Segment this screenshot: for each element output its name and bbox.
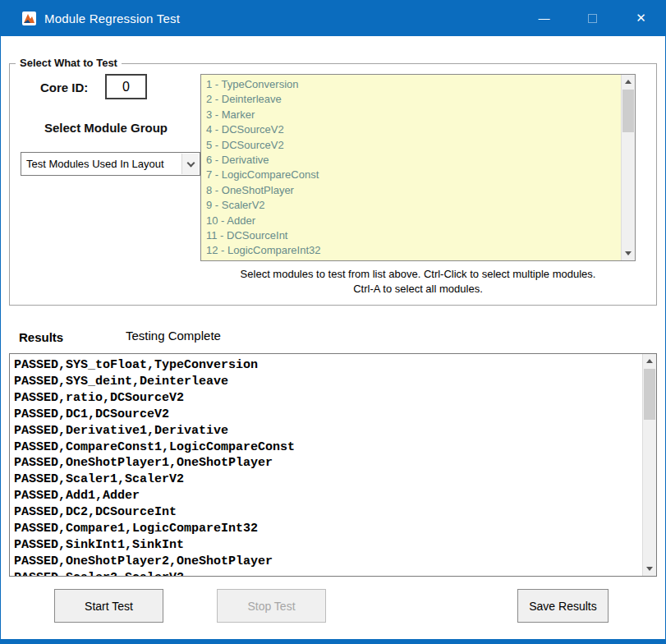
titlebar: Module Regression Test — ✕ xyxy=(1,0,665,36)
stop-test-button[interactable]: Stop Test xyxy=(217,589,326,623)
module-list-item[interactable]: 1 - TypeConversion xyxy=(201,77,620,92)
close-button[interactable]: ✕ xyxy=(617,0,665,36)
module-list-item[interactable]: 6 - Derivative xyxy=(201,153,620,168)
matlab-icon xyxy=(22,12,36,25)
scrollbar-thumb[interactable] xyxy=(644,369,655,420)
module-list-item[interactable]: 10 - Adder xyxy=(201,214,620,228)
module-list-item[interactable]: 5 - DCSourceV2 xyxy=(201,138,620,153)
result-row[interactable]: PASSED,DC2,DCSourceInt xyxy=(10,504,641,521)
result-row[interactable]: PASSED,SYS_deint,Deinterleave xyxy=(10,374,641,390)
arrow-down-icon xyxy=(625,251,632,255)
combo-arrow-box xyxy=(181,154,199,174)
result-row[interactable]: PASSED,OneShotPlayer1,OneShotPlayer xyxy=(10,455,641,472)
hint-line-2: Ctrl-A to select all modules. xyxy=(172,282,664,297)
save-results-button[interactable]: Save Results xyxy=(517,589,609,623)
module-list-scrollbar[interactable] xyxy=(621,75,635,260)
scrollbar-thumb[interactable] xyxy=(622,90,634,132)
module-regression-test-window: Module Regression Test — ✕ Select What t… xyxy=(0,0,666,644)
module-group-select[interactable]: Test Modules Used In Layout xyxy=(21,152,200,176)
result-row[interactable]: PASSED,DC1,DCSourceV2 xyxy=(10,407,641,423)
start-test-button[interactable]: Start Test xyxy=(54,589,163,623)
result-row[interactable]: PASSED,Scaler1,ScalerV2 xyxy=(10,472,641,488)
module-list-item[interactable]: 9 - ScalerV2 xyxy=(201,198,620,213)
results-label: Results xyxy=(19,330,63,344)
module-select-hint: Select modules to test from list above. … xyxy=(172,267,664,297)
result-row[interactable]: PASSED,Scaler2,ScalerV2 xyxy=(10,570,641,576)
module-list-item[interactable]: 7 - LogicCompareConst xyxy=(201,168,620,182)
module-list-item[interactable]: 2 - Deinterleave xyxy=(201,92,620,107)
module-list-item[interactable]: 8 - OneShotPlayer xyxy=(201,183,620,198)
result-row[interactable]: PASSED,SYS_toFloat,TypeConversion xyxy=(10,357,641,374)
hint-line-1: Select modules to test from list above. … xyxy=(172,267,664,282)
groupbox-legend: Select What to Test xyxy=(16,57,122,69)
minimize-button[interactable]: — xyxy=(520,0,568,36)
result-row[interactable]: PASSED,Compare1,LogicCompareInt32 xyxy=(10,521,641,537)
module-listbox[interactable]: 1 - TypeConversion2 - Deinterleave3 - Ma… xyxy=(200,74,636,261)
core-id-input[interactable] xyxy=(105,74,147,99)
module-list-item[interactable]: 4 - DCSourceV2 xyxy=(201,122,620,137)
arrow-up-icon xyxy=(646,359,653,363)
module-list-item[interactable]: 11 - DCSourceInt xyxy=(201,228,620,243)
scroll-up-button[interactable] xyxy=(622,75,635,89)
result-row[interactable]: PASSED,Add1,Adder xyxy=(10,488,641,504)
scroll-down-button[interactable] xyxy=(622,246,635,260)
result-row[interactable]: PASSED,SinkInt1,SinkInt xyxy=(10,537,641,554)
titlebar-left: Module Regression Test xyxy=(1,12,180,25)
window-title: Module Regression Test xyxy=(44,12,180,25)
arrow-down-icon xyxy=(646,567,653,571)
result-row[interactable]: PASSED,ratio,DCSourceV2 xyxy=(10,390,641,407)
results-listbox[interactable]: PASSED,SYS_toFloat,TypeConversionPASSED,… xyxy=(9,353,657,577)
module-group-label: Select Module Group xyxy=(44,121,168,135)
result-row[interactable]: PASSED,CompareConst1,LogicCompareConst xyxy=(10,439,641,456)
chevron-down-icon xyxy=(186,159,195,167)
results-status: Testing Complete xyxy=(126,329,221,343)
result-row[interactable]: PASSED,Derivative1,Derivative xyxy=(10,423,641,439)
arrow-up-icon xyxy=(625,80,632,84)
module-group-selected-value: Test Modules Used In Layout xyxy=(26,158,164,170)
core-id-label: Core ID: xyxy=(40,80,88,94)
scroll-up-button[interactable] xyxy=(643,354,656,368)
maximize-button[interactable] xyxy=(568,0,617,36)
module-list-item[interactable]: 12 - LogicCompareInt32 xyxy=(201,243,620,258)
scroll-down-button[interactable] xyxy=(643,562,656,576)
module-list-item[interactable]: 3 - Marker xyxy=(201,108,620,122)
window-controls: — ✕ xyxy=(520,0,665,36)
module-list: 1 - TypeConversion2 - Deinterleave3 - Ma… xyxy=(201,77,620,260)
close-icon: ✕ xyxy=(636,11,646,25)
results-scrollbar[interactable] xyxy=(642,354,656,576)
minimize-icon: — xyxy=(539,12,550,25)
results-list: PASSED,SYS_toFloat,TypeConversionPASSED,… xyxy=(10,357,641,576)
result-row[interactable]: PASSED,OneShotPlayer2,OneShotPlayer xyxy=(10,554,641,570)
maximize-icon xyxy=(588,14,597,23)
